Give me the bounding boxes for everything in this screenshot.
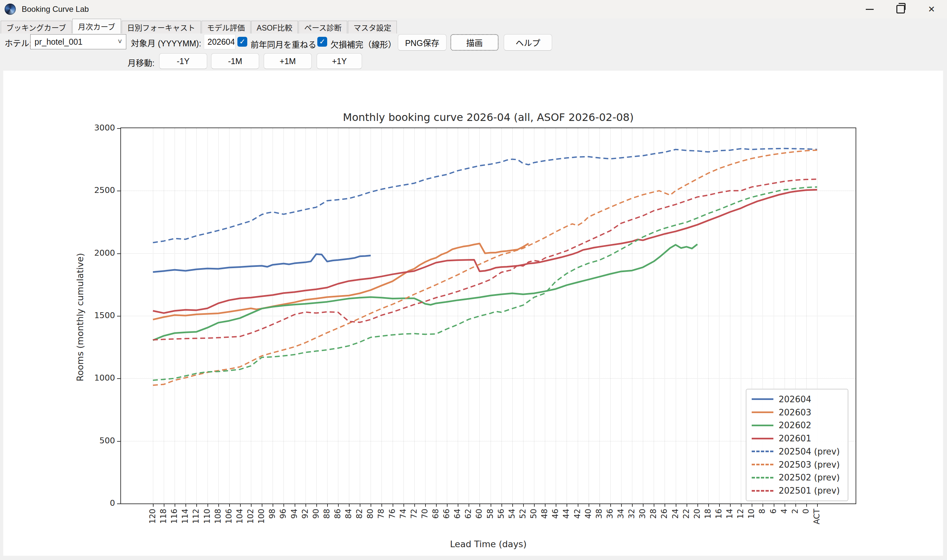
- legend-item-5: 202503 (prev): [752, 460, 848, 470]
- tab-5[interactable]: ペース診断: [299, 21, 347, 34]
- legend-label: 202604: [779, 394, 811, 404]
- chart-lines: [121, 128, 856, 503]
- close-button[interactable]: ✕: [916, 0, 947, 18]
- x-tick-label: 120: [148, 509, 157, 524]
- x-tick-label: 42: [573, 509, 582, 519]
- x-tick-label: 4: [780, 509, 789, 514]
- legend-line-sample: [752, 398, 773, 400]
- y-tick-label: 1000: [86, 373, 115, 383]
- hotel-select[interactable]: pr_hotel_001 ˅: [30, 34, 126, 49]
- x-tick-label: 68: [431, 509, 440, 519]
- x-tick-label: 22: [682, 509, 691, 519]
- y-tick-label: 1500: [86, 311, 115, 320]
- x-tick-label: 62: [463, 509, 473, 519]
- legend-item-3: 202601: [752, 434, 848, 443]
- x-tick-label: 110: [203, 509, 212, 524]
- y-tick-label: 0: [86, 498, 115, 508]
- y-tick-label: 3000: [86, 123, 115, 132]
- x-tick-label: 52: [518, 509, 527, 519]
- x-tick-label: 116: [170, 509, 179, 524]
- series-line-202502 (prev): [153, 187, 817, 380]
- x-tick-label: 34: [616, 509, 625, 519]
- minimize-button[interactable]: [854, 0, 885, 18]
- x-tick-label: 32: [627, 509, 636, 519]
- series-line-202504 (prev): [153, 149, 817, 243]
- target-month-input[interactable]: [204, 34, 236, 49]
- move-button-+1M[interactable]: +1M: [264, 53, 312, 69]
- x-tick-label: 94: [290, 509, 299, 519]
- x-tick-label: 88: [322, 509, 331, 519]
- chevron-down-icon: ˅: [118, 37, 122, 46]
- x-tick-label: 84: [344, 509, 353, 519]
- x-tick-label: 82: [355, 509, 364, 519]
- tab-4[interactable]: ASOF比較: [251, 21, 298, 34]
- legend-item-7: 202501 (prev): [752, 486, 848, 495]
- y-axis-label: Rooms (monthly cumulative): [75, 253, 85, 381]
- move-button--1M[interactable]: -1M: [211, 53, 259, 69]
- tab-0[interactable]: ブッキングカーブ: [1, 21, 72, 34]
- month-move-row: 月移動: -1Y-1M+1M+1Y: [0, 52, 947, 70]
- x-tick-label: 30: [638, 509, 647, 519]
- y-tick-label: 2000: [86, 248, 115, 258]
- png-save-button[interactable]: PNG保存: [398, 34, 447, 51]
- legend-line-sample: [752, 477, 773, 478]
- restore-icon: [896, 5, 905, 14]
- x-tick-label: 64: [453, 509, 462, 519]
- help-button[interactable]: ヘルプ: [504, 34, 552, 51]
- interpolate-missing-checkbox[interactable]: ✓: [317, 37, 327, 47]
- minimize-icon: [866, 9, 874, 10]
- legend-label: 202601: [779, 434, 811, 443]
- legend-line-sample: [752, 451, 773, 452]
- x-tick-label: 36: [605, 509, 614, 519]
- x-tick-label: 44: [562, 509, 571, 519]
- x-tick-label: 90: [311, 509, 320, 519]
- tab-2[interactable]: 日別フォーキャスト: [122, 21, 201, 34]
- x-tick-label: 106: [224, 509, 234, 524]
- legend-item-4: 202504 (prev): [752, 447, 848, 457]
- x-tick-label: 112: [191, 509, 200, 524]
- legend-line-sample: [752, 425, 773, 426]
- hotel-label: ホテル:: [5, 37, 32, 49]
- x-tick-label: 66: [442, 509, 451, 519]
- move-button-+1Y[interactable]: +1Y: [317, 53, 362, 69]
- x-tick-label: 104: [235, 509, 244, 524]
- x-tick-label: 50: [529, 509, 538, 519]
- series-line-202604: [153, 254, 371, 272]
- x-tick-label: 20: [693, 509, 702, 519]
- plot-area: 1201181161141121101081061041021009896949…: [121, 128, 856, 503]
- bottom-strip: [0, 556, 947, 560]
- chart-legend: 202604202603202602202601202504 (prev)202…: [746, 389, 848, 501]
- move-button--1Y[interactable]: -1Y: [159, 53, 207, 69]
- x-tick-label: 56: [496, 509, 506, 519]
- x-tick-label: 12: [736, 509, 745, 519]
- x-tick-label: 74: [399, 509, 408, 519]
- tab-6[interactable]: マスタ設定: [348, 21, 397, 34]
- x-tick-label: 54: [507, 509, 517, 519]
- restore-button[interactable]: [885, 0, 916, 18]
- x-tick-label: 80: [366, 509, 375, 519]
- x-tick-label: 76: [388, 509, 397, 519]
- x-tick-label: 92: [300, 509, 310, 519]
- x-tick-label: 26: [660, 509, 669, 519]
- draw-button[interactable]: 描画: [451, 34, 499, 51]
- tab-1[interactable]: 月次カーブ: [72, 19, 121, 34]
- x-tick-label: 0: [801, 509, 810, 514]
- overlay-prev-year-checkbox[interactable]: ✓: [237, 37, 247, 47]
- window-title: Booking Curve Lab: [22, 5, 89, 14]
- series-line-202602: [153, 244, 698, 340]
- y-tick-label: 500: [86, 436, 115, 445]
- interpolate-missing-label: 欠損補完（線形）: [331, 38, 396, 50]
- legend-label: 202503 (prev): [779, 460, 840, 470]
- tab-3[interactable]: モデル評価: [202, 21, 251, 34]
- legend-item-2: 202602: [752, 420, 848, 430]
- hotel-select-value: pr_hotel_001: [34, 37, 83, 47]
- legend-label: 202603: [779, 408, 811, 417]
- x-tick-label: 118: [159, 509, 168, 524]
- x-tick-label: 2: [790, 509, 800, 514]
- legend-item-6: 202502 (prev): [752, 472, 848, 482]
- legend-item-1: 202603: [752, 408, 848, 417]
- legend-line-sample: [752, 411, 773, 413]
- app-window: Booking Curve Lab ✕ ブッキングカーブ月次カーブ日別フォーキャ…: [0, 0, 947, 560]
- x-tick-label: 18: [703, 509, 713, 519]
- x-tick-label: 48: [540, 509, 549, 519]
